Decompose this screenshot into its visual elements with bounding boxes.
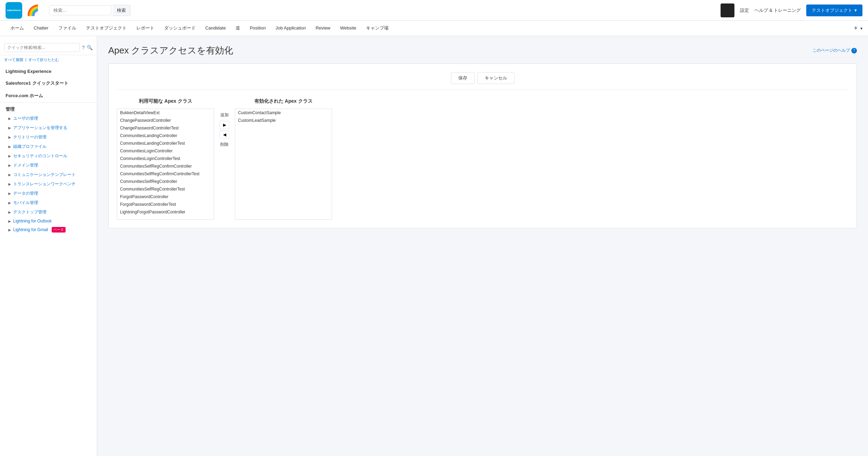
form-area: 保存 キャンセル 利用可能な Apex クラス BukkenDetailView… xyxy=(108,64,857,228)
page-title: Apex クラスアクセスを有効化 xyxy=(108,44,233,57)
sidebar-item-app-management[interactable]: ▶ アプリケーションを管理する xyxy=(0,123,97,133)
nav-item-chatter[interactable]: Chatter xyxy=(29,21,53,36)
sidebar-search-icon[interactable]: 🔍 xyxy=(87,45,93,50)
beta-badge: ベータ xyxy=(52,227,66,233)
sidebar-item-security-control[interactable]: ▶ セキュリティのコントロール xyxy=(0,151,97,161)
main-content: Apex クラスアクセスを有効化 このページのヘルプ ? 保存 キャンセル 利用… xyxy=(97,36,868,456)
arrow-icon: ▶ xyxy=(8,219,11,223)
collapse-all-link[interactable]: すべて折りたたむ xyxy=(28,57,59,62)
button-row: 保存 キャンセル xyxy=(117,72,848,90)
sidebar-search-input[interactable] xyxy=(4,43,80,52)
list-item[interactable]: CommunitiesSelfRegConfirmController xyxy=(117,162,214,170)
help-circle-icon: ? xyxy=(851,48,857,53)
sidebar-item-org-profile[interactable]: ▶ 組織プロファイル xyxy=(0,142,97,151)
sidebar-item-data-management[interactable]: ▶ データの管理 xyxy=(0,189,97,198)
sidebar-search-container: ? 🔍 xyxy=(0,40,97,55)
arrow-icon: ▶ xyxy=(8,163,11,167)
settings-link[interactable]: 設定 xyxy=(740,7,749,14)
salesforce-logo: salesforce xyxy=(6,2,22,19)
sidebar-item-territory-management[interactable]: ▶ テリトリーの管理 xyxy=(0,133,97,142)
enabled-list-panel: 有効化された Apex クラス CustomContactSampleCusto… xyxy=(235,98,332,220)
nav-item-dashboard[interactable]: ダッシュボード xyxy=(159,21,201,36)
enabled-list-box[interactable]: CustomContactSampleCustomLeadSample xyxy=(235,109,332,220)
save-button[interactable]: 保存 xyxy=(451,72,475,84)
list-item[interactable]: CommunitiesLoginController xyxy=(117,147,214,155)
arrow-icon: ▶ xyxy=(8,192,11,195)
nav-item-website[interactable]: Website xyxy=(335,21,361,36)
sidebar-item-forcecom[interactable]: Force.com ホーム xyxy=(0,88,97,101)
nav-more-chevron[interactable]: ▾ xyxy=(860,26,862,31)
list-item[interactable]: CommunitiesSelfRegConfirmControllerTest xyxy=(117,170,214,178)
sidebar-help-icon: ? xyxy=(82,45,85,50)
nav-item-home[interactable]: ホーム xyxy=(6,21,29,36)
remove-label: 削除 xyxy=(220,142,229,147)
arrow-icon: ▶ xyxy=(8,126,11,130)
nav-item-michi[interactable]: 道 xyxy=(231,21,245,36)
available-list-panel: 利用可能な Apex クラス BukkenDetailViewExtChange… xyxy=(117,98,214,220)
nav-item-files[interactable]: ファイル xyxy=(53,21,81,36)
cancel-button[interactable]: キャンセル xyxy=(477,72,514,84)
nav-item-review[interactable]: Review xyxy=(311,21,335,36)
list-item[interactable]: CommunitiesLandingController xyxy=(117,132,214,140)
sidebar-item-lightning-for-gmail[interactable]: ▶ Lightning for Gmail ベータ xyxy=(0,225,97,234)
transfer-controls: 追加 ▶ ◀ 削除 xyxy=(220,98,229,147)
list-item[interactable]: ForgotPasswordController xyxy=(117,193,214,201)
top-nav-right: 設定 ヘルプ & トレーニング テストオブジェクト ▾ xyxy=(721,3,862,17)
search-input[interactable] xyxy=(49,5,111,15)
list-item[interactable]: ChangePasswordControllerTest xyxy=(117,124,214,132)
available-list-box[interactable]: BukkenDetailViewExtChangePasswordControl… xyxy=(117,109,214,220)
nav-item-position[interactable]: Position xyxy=(245,21,271,36)
list-item[interactable]: LightningForgotPasswordController xyxy=(117,208,214,216)
sidebar-expand-links: すべて展開 | すべて折りたたむ xyxy=(0,55,97,65)
arrow-icon: ▶ xyxy=(8,228,11,232)
nav-item-campsite[interactable]: キャンプ場 xyxy=(361,21,393,36)
list-item[interactable]: CommunitiesLandingControllerTest xyxy=(117,140,214,147)
nav-item-job-application[interactable]: Job Application xyxy=(271,21,310,36)
sidebar-item-lightning-experience[interactable]: Lightning Experience xyxy=(0,65,97,76)
sidebar-item-salesforce1[interactable]: Salesforce1 クイックスタート xyxy=(0,76,97,88)
page-help-link[interactable]: このページのヘルプ ? xyxy=(812,48,857,53)
available-list-label: 利用可能な Apex クラス xyxy=(139,98,192,104)
add-button[interactable]: ▶ xyxy=(220,121,229,129)
sidebar-item-user-management[interactable]: ▶ ユーザの管理 xyxy=(0,114,97,123)
list-item[interactable]: CommunitiesSelfRegControllerTest xyxy=(117,185,214,193)
remove-button[interactable]: ◀ xyxy=(220,130,229,139)
sidebar: ? 🔍 すべて展開 | すべて折りたたむ Lightning Experienc… xyxy=(0,36,97,456)
test-object-button[interactable]: テストオブジェクト ▾ xyxy=(806,5,862,16)
list-item[interactable]: CommunitiesSelfRegController xyxy=(117,178,214,185)
arrow-icon: ▶ xyxy=(8,154,11,158)
arrow-icon: ▶ xyxy=(8,210,11,214)
list-item[interactable]: CustomLeadSample xyxy=(235,117,332,124)
help-link[interactable]: ヘルプ & トレーニング xyxy=(755,7,801,14)
sidebar-item-translation-workbench[interactable]: ▶ トランスレーションワークベンチ xyxy=(0,179,97,189)
list-item[interactable]: ChangePasswordController xyxy=(117,117,214,124)
nav-item-candidate[interactable]: Candidate xyxy=(201,21,231,36)
sidebar-item-domain-management[interactable]: ▶ ドメイン管理 xyxy=(0,161,97,170)
arrow-icon: ▶ xyxy=(8,182,11,186)
nav-more: + ▾ xyxy=(854,25,862,32)
list-item[interactable]: ForgotPasswordControllerTest xyxy=(117,201,214,208)
list-item[interactable]: CustomContactSample xyxy=(235,109,332,117)
nav-item-test-object[interactable]: テストオブジェクト xyxy=(81,21,131,36)
list-item[interactable]: BukkenDetailViewExt xyxy=(117,109,214,117)
sidebar-item-lightning-for-outlook[interactable]: ▶ Lightning for Outlook xyxy=(0,217,97,225)
search-button[interactable]: 検索 xyxy=(113,5,130,16)
arrow-icon: ▶ xyxy=(8,117,11,120)
add-label: 追加 xyxy=(220,112,229,118)
sidebar-item-desktop-management[interactable]: ▶ デスクトップ管理 xyxy=(0,208,97,217)
enabled-list-label: 有効化された Apex クラス xyxy=(254,98,313,104)
arrow-icon: ▶ xyxy=(8,135,11,139)
list-item[interactable]: CommunitiesLoginControllerTest xyxy=(117,155,214,162)
page-header: Apex クラスアクセスを有効化 このページのヘルプ ? xyxy=(108,44,857,57)
arrow-icon: ▶ xyxy=(8,201,11,205)
expand-all-link[interactable]: すべて展開 xyxy=(4,57,23,62)
sidebar-item-mobile-management[interactable]: ▶ モバイル管理 xyxy=(0,198,97,208)
rainbow-icon: 🌈 xyxy=(26,4,39,16)
sidebar-item-communication-templates[interactable]: ▶ コミュニケーションテンプレート xyxy=(0,170,97,179)
nav-item-reports[interactable]: レポート xyxy=(131,21,159,36)
dual-list: 利用可能な Apex クラス BukkenDetailViewExtChange… xyxy=(117,98,848,220)
user-avatar xyxy=(721,3,734,17)
top-navigation: salesforce 🌈 検索 設定 ヘルプ & トレーニング テストオブジェク… xyxy=(0,0,868,21)
nav-more-plus[interactable]: + xyxy=(854,25,858,32)
main-navigation: ホーム Chatter ファイル テストオブジェクト レポート ダッシュボード … xyxy=(0,21,868,36)
